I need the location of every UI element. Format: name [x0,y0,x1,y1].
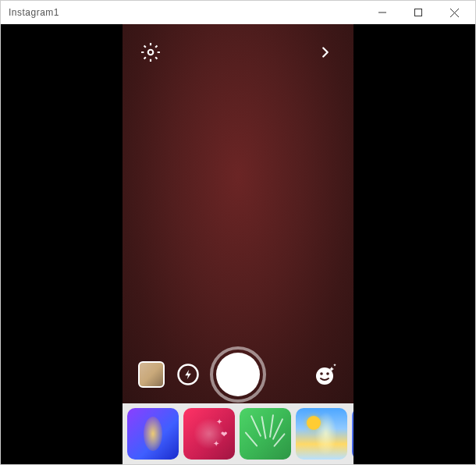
filter-purple-glow[interactable] [127,408,179,460]
top-controls [123,40,353,65]
gallery-button[interactable] [138,361,165,388]
filter-tropical-leaves[interactable] [240,408,291,460]
filter-blue-swirl[interactable] [352,408,353,460]
capture-button[interactable] [210,346,266,403]
app-window: Instagram1 [0,0,476,465]
face-effects-button[interactable] [311,361,338,388]
content-area: ✦ ❤ ✦ [1,24,475,464]
forward-button[interactable] [313,40,338,65]
close-button[interactable] [436,1,472,24]
flash-button[interactable] [176,362,201,387]
maximize-button[interactable] [400,1,436,24]
settings-button[interactable] [138,40,163,65]
camera-viewfinder[interactable] [123,24,353,403]
window-title: Instagram1 [9,7,364,18]
titlebar: Instagram1 [1,1,475,24]
minimize-button[interactable] [364,1,400,24]
svg-point-4 [148,50,154,55]
svg-rect-1 [415,9,422,16]
filter-sunny-beam[interactable] [296,408,347,460]
filter-strip[interactable]: ✦ ❤ ✦ [123,403,353,464]
bottom-controls [123,361,353,388]
story-camera-frame: ✦ ❤ ✦ [123,24,353,464]
svg-point-7 [316,367,333,385]
left-controls-group [138,361,201,388]
svg-point-9 [326,372,329,375]
filter-pink-hearts[interactable]: ✦ ❤ ✦ [183,408,235,460]
svg-marker-6 [185,370,191,380]
capture-inner [216,353,260,396]
svg-point-8 [320,372,323,375]
